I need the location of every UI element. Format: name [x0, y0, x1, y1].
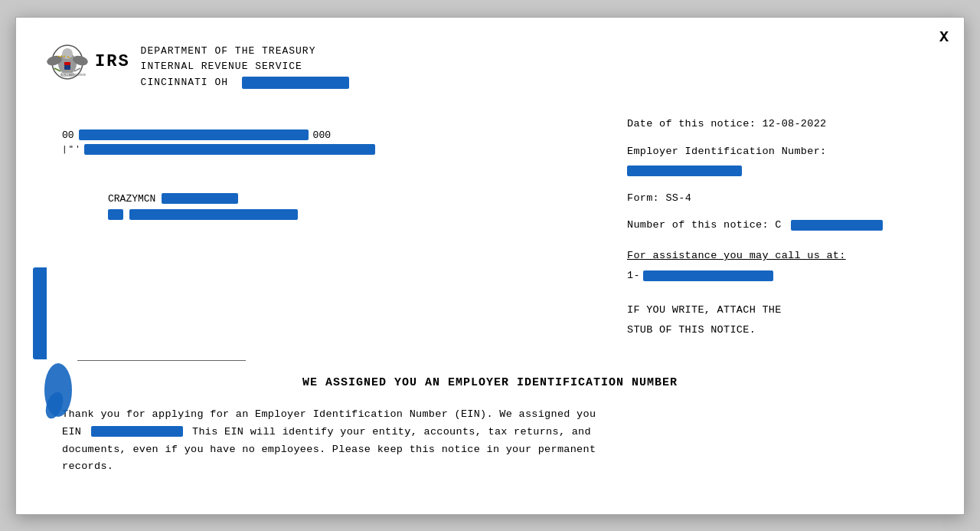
phone-redacted	[643, 270, 773, 281]
irs-logo: ★★★ E PLURIBUS UNUM IRS	[47, 41, 130, 83]
ein-label: Employer Identification Number:	[627, 142, 933, 162]
name-block: CRAZYMCN	[47, 193, 581, 220]
ein-row: Employer Identification Number:	[627, 142, 933, 181]
form-label: Form:	[627, 192, 659, 204]
side-tab-decoration	[33, 267, 47, 359]
svg-text:E PLURIBUS UNUM: E PLURIBUS UNUM	[61, 74, 86, 77]
address-line-1	[108, 209, 581, 220]
header-section: ★★★ E PLURIBUS UNUM IRS DEPARTMENT OF TH…	[47, 41, 933, 91]
body-text: Thank you for applying for an Employer I…	[47, 406, 933, 477]
ein-inline-redacted	[91, 426, 183, 437]
svg-text:★★★: ★★★	[57, 54, 66, 59]
write-block: IF YOU WRITE, ATTACH THE STUB OF THIS NO…	[627, 300, 933, 339]
notice-number-row: Number of this notice: C	[627, 215, 933, 235]
barcode-marks: |"'	[62, 144, 82, 154]
addr-street-redacted	[129, 209, 298, 220]
para2-text: documents, even if you have no employees…	[62, 444, 596, 455]
date-label: Date of this notice:	[627, 118, 756, 129]
assistance-row: For assistance you may call us at: 1-	[627, 246, 933, 285]
assistance-line1: For assistance you may call us at:	[627, 246, 933, 266]
barcode-redacted-2	[84, 144, 375, 155]
close-button[interactable]: X	[939, 28, 949, 46]
paragraph-1: Thank you for applying for an Employer I…	[62, 406, 918, 477]
ein-value-redacted	[627, 166, 742, 176]
para1-suffix: This EIN will identify your entity, acco…	[192, 426, 591, 438]
ein-label-inline: EIN	[62, 426, 81, 438]
left-blob-decoration	[43, 359, 89, 424]
notice-label: Number of this notice:	[627, 219, 769, 231]
notice-prefix: C	[775, 219, 781, 231]
right-column: Date of this notice: 12-08-2022 Employer…	[627, 114, 933, 345]
irs-label: IRS	[95, 52, 130, 71]
barcode-line-2: |"'	[62, 144, 581, 155]
for-assistance-text: For assistance you may call us at:	[627, 250, 846, 261]
left-column: 00 000 |"' CRAZYMCN	[47, 114, 581, 345]
blob-svg	[43, 359, 89, 421]
section-divider	[77, 360, 246, 361]
barcode-number-prefix: 00	[62, 129, 74, 141]
irs-eagle-icon: ★★★ E PLURIBUS UNUM	[47, 41, 89, 83]
name-prefix: CRAZYMCN	[108, 193, 155, 205]
dept-line2: INTERNAL REVENUE SERVICE	[141, 59, 349, 75]
name-redacted	[162, 193, 238, 204]
date-value: 12-08-2022	[762, 118, 826, 129]
write-line2: STUB OF THIS NOTICE.	[627, 320, 933, 340]
para1-text: Thank you for applying for an Employer I…	[62, 408, 596, 420]
notice-number-redacted	[791, 220, 883, 231]
barcode-line-1: 00 000	[62, 129, 581, 141]
svg-rect-7	[64, 62, 70, 65]
dept-line1: DEPARTMENT OF THE TREASURY	[141, 44, 349, 60]
write-line1: IF YOU WRITE, ATTACH THE	[627, 300, 933, 320]
barcode-redacted-1	[79, 129, 309, 140]
city-redacted	[242, 77, 349, 89]
barcode-suffix: 000	[313, 129, 331, 141]
city-line: CINCINNATI OH	[141, 75, 228, 91]
document-modal: X	[15, 17, 965, 515]
irs-address: DEPARTMENT OF THE TREASURY INTERNAL REVE…	[141, 44, 349, 91]
two-col-layout: 00 000 |"' CRAZYMCN	[47, 114, 933, 345]
business-name-line: CRAZYMCN	[108, 193, 581, 205]
date-row: Date of this notice: 12-08-2022	[627, 114, 933, 134]
main-title: WE ASSIGNED YOU AN EMPLOYER IDENTIFICATI…	[47, 376, 933, 389]
barcode-area: 00 000 |"'	[47, 129, 581, 155]
form-row: Form: SS-4	[627, 188, 933, 208]
addr-num-redacted	[108, 209, 123, 220]
document-body: ★★★ E PLURIBUS UNUM IRS DEPARTMENT OF TH…	[16, 18, 964, 507]
form-value: SS-4	[665, 192, 691, 204]
phone-line: 1-	[627, 266, 933, 286]
phone-prefix: 1-	[627, 266, 640, 286]
para3-text: records.	[62, 461, 113, 472]
